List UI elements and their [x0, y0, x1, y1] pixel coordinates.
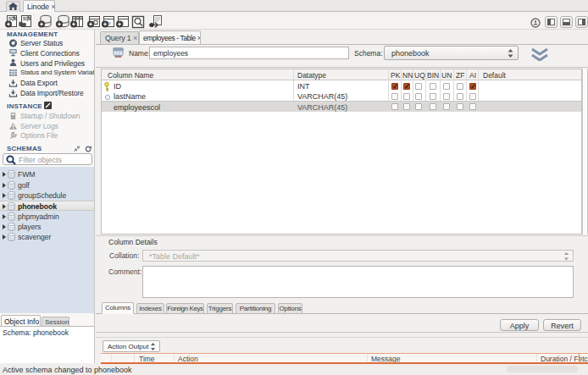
svg-text:SQL: SQL: [23, 17, 31, 21]
svg-text:SQL: SQL: [8, 17, 17, 21]
